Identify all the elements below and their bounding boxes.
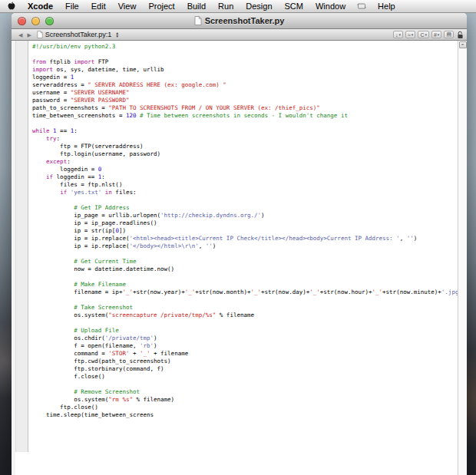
close-button[interactable]: [18, 17, 26, 25]
line-stepper[interactable]: ▲ ▼: [115, 31, 119, 38]
code-line: [32, 196, 458, 204]
code-line: [32, 120, 458, 127]
code-line: loggedin = 1: [32, 74, 458, 81]
code-line: while 1 == 1:: [32, 127, 458, 135]
code-line: ftp.login(username, password): [32, 150, 458, 158]
code-line: time.sleep(time_between_screens: [32, 411, 458, 419]
minimize-button[interactable]: [31, 17, 40, 25]
code-line: password = "SERVER PASSWORD": [32, 97, 458, 104]
code-line: # Upload File: [32, 327, 458, 335]
code-line: #!/usr/bin/env python2.3: [32, 43, 458, 51]
code-line: f.close(): [32, 373, 458, 381]
code-line: username = "SERVER USERNAME": [32, 89, 458, 97]
source-code-editor[interactable]: #!/usr/bin/env python2.3 from ftplib imp…: [28, 41, 458, 475]
apple-logo-icon: [8, 2, 15, 11]
code-line: try:: [32, 135, 458, 143]
code-line: ip = ip.replace('<html><head><title>Curr…: [32, 235, 458, 242]
code-line: ftp.close(): [32, 404, 458, 411]
window-title: ScreenshotTaker.py: [205, 16, 285, 25]
code-line: [32, 51, 458, 58]
menu-item-view[interactable]: View: [112, 2, 143, 11]
code-line: # Make Filename: [32, 281, 458, 289]
history-menu-button-icon: ↓: [395, 32, 398, 38]
code-line: [32, 319, 458, 327]
code-line: [32, 296, 458, 304]
marks-menu-button[interactable]: #▾: [431, 31, 441, 38]
code-line: now = datetime.datetime.now(): [32, 266, 458, 273]
counterpart-button[interactable]: ▤: [444, 31, 454, 38]
code-line: time_between_screenshots = 120 # Time be…: [32, 112, 458, 120]
code-line: if loggedin == 1:: [32, 173, 458, 181]
document-icon: [37, 31, 43, 38]
code-line: os.chdir('/private/tmp'): [32, 335, 458, 342]
menu-item-scm[interactable]: SCM: [279, 2, 309, 11]
code-line: loggedin = 0: [32, 166, 458, 173]
menu-item-edit[interactable]: Edit: [85, 2, 112, 11]
lock-button[interactable]: [457, 31, 464, 39]
code-line: ftp = FTP(serveraddress): [32, 143, 458, 150]
menu-item-build[interactable]: Build: [181, 2, 212, 11]
file-location-label: ScreenshotTaker.py:1: [45, 31, 112, 38]
code-line: [32, 250, 458, 258]
code-line: [32, 273, 458, 281]
window-controls: [18, 17, 54, 25]
counterpart-button-icon: ▤: [446, 31, 451, 38]
code-line: except:: [32, 158, 458, 166]
menu-item-file[interactable]: File: [59, 2, 85, 11]
menu-item-xcode[interactable]: Xcode: [21, 2, 59, 11]
class-hierarchy-menu-button[interactable]: C▾: [418, 31, 429, 38]
code-line: ip = ip_page.readlines(): [32, 219, 458, 227]
dropdown-arrow-icon: ▾: [399, 32, 402, 37]
code-line: if 'yes.txt' in files:: [32, 189, 458, 196]
code-line: command = 'STOR' + '_' + filename: [32, 350, 458, 358]
code-line: # Take Screenshot: [32, 304, 458, 312]
menu-item-help[interactable]: Help: [372, 2, 402, 11]
code-line: ip = str(ip[0]): [32, 227, 458, 235]
code-line: from ftplib import FTP: [32, 58, 458, 66]
code-line: os.system("rm %s" % filename): [32, 396, 458, 404]
menu-item-run[interactable]: Run: [212, 2, 240, 11]
code-line: filename = ip+'_'+str(now.year)+'_'+str(…: [32, 289, 458, 296]
editor-navigation-bar: ◀ ▶ ScreenshotTaker.py:1 ▲ ▼ ↓▾≈▾C▾#▾▤: [12, 29, 467, 41]
xcode-editor-window: ScreenshotTaker.py ◀ ▶ ScreenshotTaker.p…: [12, 13, 467, 475]
window-title-bar[interactable]: ScreenshotTaker.py: [12, 13, 467, 29]
dropdown-arrow-icon: ▾: [438, 32, 440, 37]
script-scroll-icon: [357, 2, 366, 10]
code-line: serveraddress = " SERVER ADDRESS HERE (e…: [32, 81, 458, 89]
system-menu-bar: XcodeFileEditViewProjectBuildRunDesignSC…: [0, 0, 476, 13]
gutter-end-cap: [15, 452, 28, 475]
dropdown-arrow-icon: ▾: [425, 32, 427, 37]
file-location-popup[interactable]: ScreenshotTaker.py:1: [37, 31, 112, 38]
code-line: files = ftp.nlst(): [32, 181, 458, 189]
code-line: import os, sys, datetime, time, urllib: [32, 66, 458, 74]
menu-item-project[interactable]: Project: [142, 2, 180, 11]
code-line: f = open(filename, 'rb'): [32, 342, 458, 350]
bookmarks-menu-button-icon: ≈: [408, 32, 411, 38]
code-line: ftp.storbinary(command, f): [32, 365, 458, 373]
lock-icon: [457, 31, 464, 39]
stepper-down-icon: ▼: [115, 35, 119, 38]
editor-content: #!/usr/bin/env python2.3 from ftplib imp…: [12, 41, 467, 475]
document-icon: [194, 16, 202, 25]
menu-item-window[interactable]: Window: [309, 2, 352, 11]
dropdown-arrow-icon: ▾: [412, 32, 414, 37]
split-editor-button[interactable]: =: [459, 41, 467, 48]
code-line: ip = ip.replace('</body></html>\r\n', ''…: [32, 242, 458, 250]
menu-item-design[interactable]: Design: [240, 2, 278, 11]
code-line: # Get IP Address: [32, 204, 458, 212]
vertical-scrollbar[interactable]: =: [458, 41, 467, 475]
zoom-button[interactable]: [45, 17, 54, 25]
history-menu-button[interactable]: ↓▾: [393, 31, 403, 38]
breakpoint-gutter[interactable]: [16, 41, 28, 475]
code-line: [32, 381, 458, 388]
bookmarks-menu-button[interactable]: ≈▾: [405, 31, 415, 38]
code-line: path_to_screenshots = "PATH TO SCREENSHO…: [32, 104, 458, 112]
script-menu[interactable]: [352, 2, 372, 10]
code-line: ftp.cwd(path_to_screenshots): [32, 358, 458, 365]
marks-menu-button-icon: #: [434, 32, 437, 38]
code-line: os.system("screencapture /private/tmp/%s…: [32, 312, 458, 319]
class-hierarchy-menu-button-icon: C: [420, 32, 424, 38]
apple-menu[interactable]: [0, 2, 21, 11]
back-button[interactable]: ◀: [16, 30, 25, 40]
forward-button[interactable]: ▶: [25, 30, 33, 40]
